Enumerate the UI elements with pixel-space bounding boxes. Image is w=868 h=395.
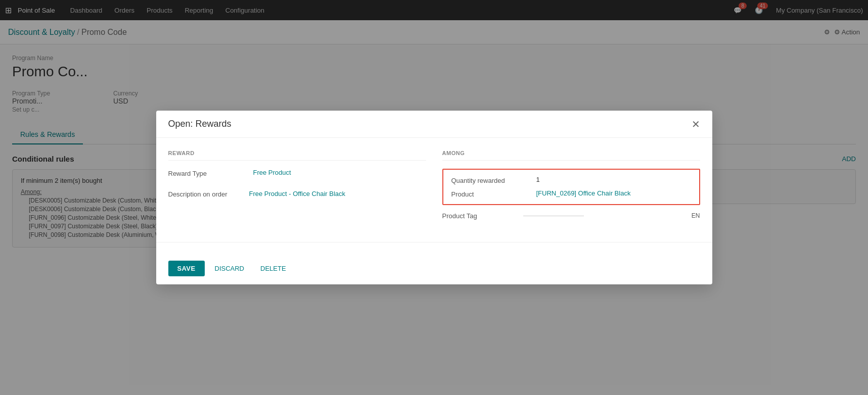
modal-footer: SAVE DISCARD DELETE xyxy=(156,253,712,284)
modal-columns: REWARD Reward Type Free Product Descript… xyxy=(168,150,700,220)
highlighted-box: Quantity rewarded 1 Product [FURN_0269] … xyxy=(442,169,700,205)
save-button[interactable]: SAVE xyxy=(168,261,205,276)
product-row: Product [FURN_0269] Office Chair Black xyxy=(451,189,691,198)
modal-title: Open: Rewards xyxy=(168,119,232,129)
delete-button[interactable]: DELETE xyxy=(254,261,292,276)
reward-column: REWARD Reward Type Free Product Descript… xyxy=(168,150,426,220)
among-section-label: AMONG xyxy=(442,150,700,161)
product-tag-value[interactable] xyxy=(523,215,584,216)
among-column: AMONG Quantity rewarded 1 Product [FURN_… xyxy=(442,150,700,220)
product-tag-row: Product Tag EN xyxy=(442,211,700,220)
quantity-rewarded-value[interactable]: 1 xyxy=(536,176,540,183)
discard-button[interactable]: DISCARD xyxy=(209,261,251,276)
lang-badge: EN xyxy=(692,212,700,219)
quantity-rewarded-row: Quantity rewarded 1 xyxy=(451,176,691,184)
reward-type-field-value[interactable]: Free Product xyxy=(253,169,291,176)
product-tag-label: Product Tag xyxy=(442,211,523,220)
description-field-value[interactable]: Free Product - Office Chair Black xyxy=(249,190,346,198)
modal-divider xyxy=(156,242,712,242)
quantity-rewarded-label: Quantity rewarded xyxy=(451,176,532,184)
description-row: Description on order Free Product - Offi… xyxy=(168,189,426,198)
description-label: Description on order xyxy=(168,189,249,198)
modal-header: Open: Rewards ✕ xyxy=(156,111,712,138)
rewards-modal: Open: Rewards ✕ REWARD Reward Type Free … xyxy=(156,111,712,284)
reward-type-row: Reward Type Free Product xyxy=(168,169,426,177)
close-button[interactable]: ✕ xyxy=(692,119,700,129)
modal-overlay: Open: Rewards ✕ REWARD Reward Type Free … xyxy=(0,0,868,395)
product-label: Product xyxy=(451,189,532,198)
reward-section-label: REWARD xyxy=(168,150,426,161)
modal-body: REWARD Reward Type Free Product Descript… xyxy=(156,138,712,232)
product-field-value[interactable]: [FURN_0269] Office Chair Black xyxy=(536,189,631,197)
reward-type-label: Reward Type xyxy=(168,169,249,177)
